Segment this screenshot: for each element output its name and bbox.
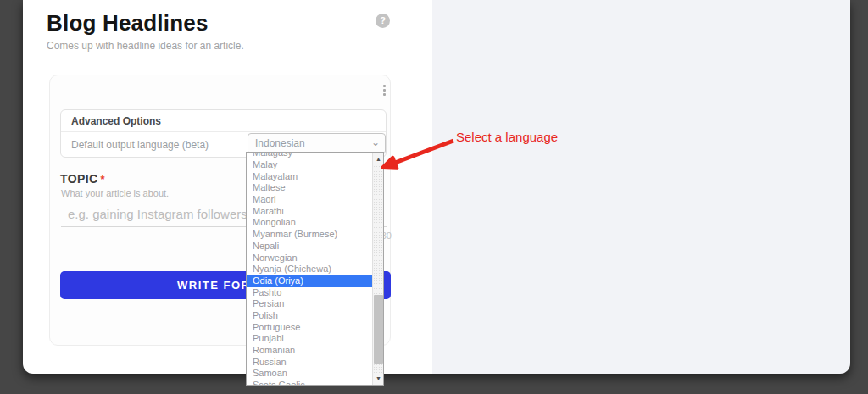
language-dropdown-list: Malagasy MalayMalayalamMalteseMaoriMarat… [247,153,372,386]
annotation-arrow-icon [376,134,460,175]
dropdown-option[interactable]: Malay [247,159,372,171]
dropdown-scrollbar[interactable]: ▲ ▼ [372,153,383,385]
dropdown-option[interactable]: Maltese [247,182,372,194]
dropdown-option[interactable]: Polish [247,310,372,322]
dropdown-option[interactable]: Pashto [247,287,372,299]
dropdown-option[interactable]: Nyanja (Chichewa) [247,264,372,275]
scrollbar-thumb[interactable] [374,295,383,364]
required-asterisk: * [101,173,105,186]
language-select-value: Indonesian [255,137,305,149]
dropdown-option[interactable]: Portuguese [247,322,372,334]
dropdown-option[interactable]: Odia (Oriya) [247,275,372,287]
dropdown-option[interactable]: Nepali [247,241,372,252]
page-title: Blog Headlines [47,10,209,36]
dropdown-option[interactable]: Myanmar (Burmese) [247,229,372,241]
page-subtitle: Comes up with headline ideas for an arti… [47,40,244,52]
dropdown-option[interactable]: Samoan [247,368,372,380]
dropdown-option[interactable]: Russian [247,357,372,369]
right-panel [432,0,850,374]
dropdown-option[interactable]: Scots Gaelic [247,380,372,386]
help-icon[interactable]: ? [376,14,390,28]
dropdown-option[interactable]: Punjabi [247,333,372,345]
dropdown-option[interactable]: Romanian [247,345,372,357]
screenshot-stage: Blog Headlines Comes up with headline id… [0,0,868,394]
annotation-label: Select a language [456,130,558,144]
app-window: Blog Headlines Comes up with headline id… [23,0,850,374]
language-dropdown-popup: Malagasy MalayMalayalamMalteseMaoriMarat… [246,152,384,386]
dropdown-option[interactable]: Persian [247,298,372,310]
advanced-options-heading: Advanced Options [61,110,386,132]
kebab-menu-icon[interactable] [383,85,386,96]
dropdown-option[interactable]: Mongolian [247,217,372,229]
advanced-options-panel: Advanced Options Default output language… [60,109,387,158]
dropdown-option[interactable]: Maori [247,194,372,206]
dropdown-option-partial[interactable]: Malagasy [247,153,372,159]
scroll-down-icon[interactable]: ▼ [373,373,384,384]
dropdown-option[interactable]: Marathi [247,206,372,218]
dropdown-option[interactable]: Norwegian [247,252,372,264]
topic-label: TOPIC* [60,172,105,186]
language-label: Default output language (beta) [71,139,209,151]
topic-help-text: What your article is about. [61,188,169,198]
dropdown-option[interactable]: Malayalam [247,171,372,183]
